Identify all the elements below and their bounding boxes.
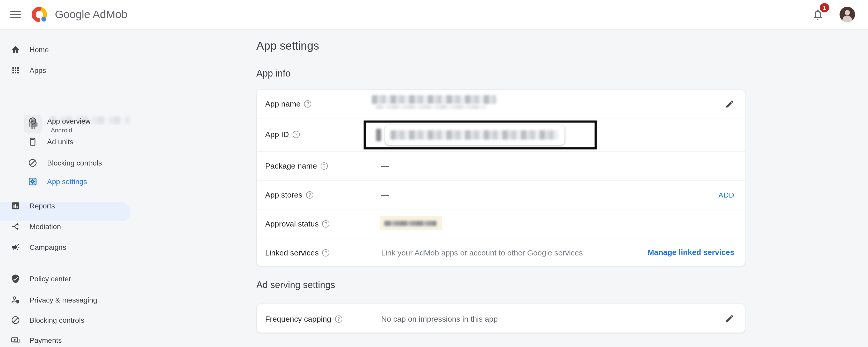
row-divider <box>257 151 745 151</box>
ad-serving-card: Frequency capping No cap on impressions … <box>256 304 745 333</box>
sidebar-item-label: Reports <box>30 202 55 210</box>
sidebar-item-policy-center[interactable]: Policy center <box>0 268 131 289</box>
campaigns-megaphone-icon <box>11 243 20 252</box>
sidebar-item-label: Home <box>30 45 49 54</box>
top-app-bar: Google AdMob 1 <box>0 0 868 30</box>
app-info-card: App name App ID Package name — App store… <box>256 90 745 266</box>
admob-app-settings-screen: Google AdMob 1 Home <box>0 0 868 347</box>
app-name-value-redacted-line2 <box>376 104 486 109</box>
mediation-branch-icon <box>11 222 20 231</box>
person-shield-icon <box>11 295 20 305</box>
app-id-value-chip[interactable] <box>385 125 564 145</box>
ad-units-phone-icon <box>28 137 37 146</box>
section-heading-app-info: App info <box>256 68 290 79</box>
sidebar-nav: Home Apps Android App overview <box>0 30 131 347</box>
row-divider <box>257 180 745 180</box>
sidebar-item-mediation[interactable]: Mediation <box>0 216 131 237</box>
sidebar-item-label: Payments <box>30 336 62 344</box>
app-id-label: App ID <box>265 130 300 139</box>
sidebar-item-payments[interactable]: Payments <box>0 330 131 347</box>
sidebar-item-apps[interactable]: Apps <box>0 60 131 81</box>
row-divider <box>257 118 745 118</box>
help-icon[interactable] <box>292 131 300 138</box>
sidebar-item-blocking-controls-account[interactable]: Blocking controls <box>0 310 131 331</box>
help-icon[interactable] <box>335 315 342 322</box>
app-stores-label: App stores <box>265 190 313 199</box>
sidebar-item-privacy-messaging[interactable]: Privacy & messaging <box>0 289 131 310</box>
help-icon[interactable] <box>320 162 328 169</box>
block-icon <box>11 315 20 325</box>
section-heading-ad-serving: Ad serving settings <box>256 280 335 291</box>
help-icon[interactable] <box>322 249 330 256</box>
sidebar-item-label: Privacy & messaging <box>30 296 97 304</box>
sidebar-item-label: App overview <box>47 117 91 125</box>
admob-logo[interactable]: Google AdMob <box>30 5 127 24</box>
admob-logo-icon <box>30 5 50 24</box>
page-title: App settings <box>256 39 319 53</box>
help-icon[interactable] <box>304 100 312 107</box>
app-id-annotation-box <box>364 120 597 149</box>
approval-status-value-redacted <box>380 216 442 230</box>
frequency-capping-label: Frequency capping <box>265 314 342 323</box>
payments-icon <box>11 336 20 345</box>
sidebar-item-label: Blocking controls <box>47 159 102 167</box>
sidebar-item-label: Policy center <box>30 275 71 283</box>
notification-count-badge[interactable]: 1 <box>820 3 829 12</box>
edit-frequency-capping-icon[interactable] <box>725 314 734 323</box>
manage-linked-services-link[interactable]: Manage linked services <box>648 248 734 256</box>
sidebar-item-blocking-controls[interactable]: Blocking controls <box>0 152 131 173</box>
product-name: Google AdMob <box>55 5 127 24</box>
gauge-icon <box>28 116 37 126</box>
block-icon <box>28 158 37 168</box>
sidebar-item-label: App settings <box>47 177 87 185</box>
sidebar-item-label: Campaigns <box>30 243 66 251</box>
sidebar-item-home[interactable]: Home <box>0 39 131 60</box>
approval-status-label: Approval status <box>265 219 330 228</box>
package-name-label: Package name <box>265 161 328 170</box>
home-icon <box>11 45 20 54</box>
add-app-store-button[interactable]: ADD <box>718 191 734 199</box>
help-icon[interactable] <box>306 191 313 198</box>
help-icon[interactable] <box>322 220 330 227</box>
row-divider <box>257 238 745 238</box>
edit-app-name-icon[interactable] <box>725 99 734 109</box>
app-stores-value: — <box>381 190 389 199</box>
sidebar-item-app-overview[interactable]: App overview <box>0 111 131 131</box>
linked-services-value: Link your AdMob apps or account to other… <box>381 248 583 257</box>
app-settings-gear-icon <box>28 177 37 186</box>
sidebar-item-reports[interactable]: Reports <box>0 196 131 216</box>
row-divider <box>257 209 745 209</box>
account-avatar[interactable] <box>839 7 855 22</box>
sidebar-divider <box>0 263 131 263</box>
app-name-label: App name <box>265 99 312 108</box>
sidebar-item-label: Apps <box>30 66 46 74</box>
sidebar-item-label: Mediation <box>30 222 61 231</box>
sidebar-item-label: Blocking controls <box>30 316 85 324</box>
sidebar-item-label: Ad units <box>47 138 73 146</box>
shield-check-icon <box>11 274 20 283</box>
package-name-value: — <box>381 161 389 170</box>
sidebar-item-ad-units[interactable]: Ad units <box>0 131 131 152</box>
sidebar-item-app-settings[interactable]: App settings <box>0 172 131 191</box>
sidebar-item-campaigns[interactable]: Campaigns <box>0 237 131 257</box>
apps-grid-icon <box>11 66 20 75</box>
linked-services-label: Linked services <box>265 248 330 257</box>
app-id-value-redacted <box>391 130 558 140</box>
frequency-capping-value: No cap on impressions in this app <box>381 314 498 323</box>
menu-icon[interactable] <box>10 11 21 19</box>
reports-chart-icon <box>11 201 20 210</box>
app-id-redacted-fragment <box>376 129 381 141</box>
app-name-value-redacted <box>372 95 496 104</box>
